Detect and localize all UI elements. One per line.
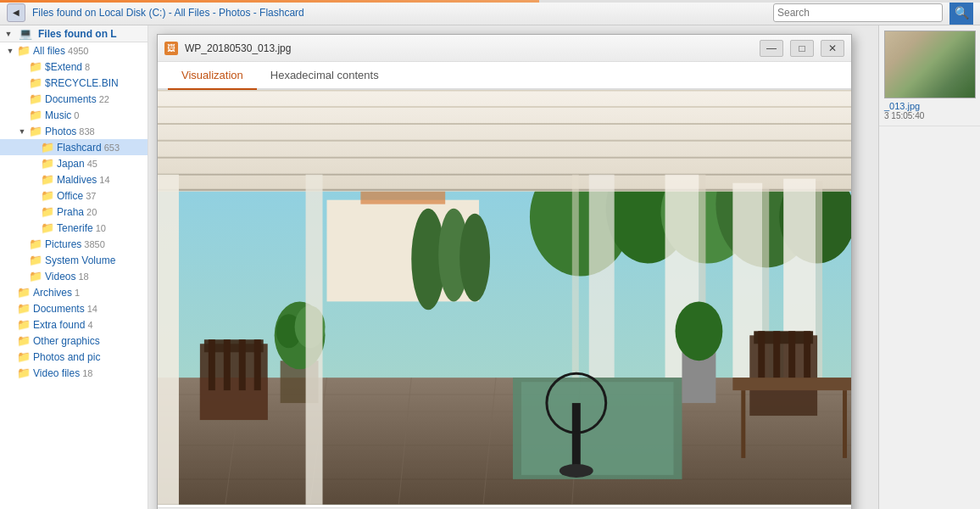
sidebar-item-documents2[interactable]: 📁Documents14 [0, 300, 148, 316]
tab-hexadecimal[interactable]: Hexadecimal contents [257, 62, 393, 90]
item-count: 653 [104, 143, 120, 153]
modal-image-svg [158, 90, 851, 505]
sidebar-item-pictures[interactable]: 📁Pictures3850 [0, 236, 148, 252]
item-count: 4950 [68, 46, 88, 56]
folder-icon: 📁 [17, 44, 31, 57]
top-bar-title: Files found on Local Disk (C:) - All Fil… [32, 7, 766, 19]
sidebar-item-recycle[interactable]: 📁$RECYCLE.BIN [0, 75, 148, 91]
thumb-filename: _013.jpg [884, 101, 975, 111]
folder-icon: 📁 [41, 221, 54, 234]
thumbnail-image [884, 31, 976, 98]
item-count: 37 [86, 191, 96, 201]
modal-overlay: 🖼 WP_20180530_013.jpg — □ ✕ Visualizatio… [148, 25, 878, 509]
sidebar-item-flashcard[interactable]: 📁Flashcard653 [0, 139, 148, 155]
svg-rect-50 [254, 339, 261, 390]
item-label: Video files [33, 367, 80, 379]
folder-icon: 📁 [29, 125, 42, 137]
modal-file-icon: 🖼 [164, 42, 178, 55]
hdd-icon: 💻 [19, 27, 32, 40]
sidebar-item-extra-found[interactable]: 📁Extra found4 [0, 316, 148, 333]
thumbnail-item[interactable]: _013.jpg 3 15:05:40 [879, 25, 980, 126]
item-label: Documents [33, 303, 85, 315]
item-label: Tenerife [57, 222, 93, 234]
toggle-icon: ▼ [17, 126, 27, 137]
item-count: 0 [74, 110, 79, 120]
item-label: $RECYCLE.BIN [45, 77, 119, 89]
sidebar-item-system-volume[interactable]: 📁System Volume [0, 252, 148, 268]
item-count: 14 [99, 175, 109, 185]
sidebar-item-praha[interactable]: 📁Praha20 [0, 204, 148, 220]
folder-icon: 📁 [41, 189, 54, 202]
top-bar: ◀ Files found on Local Disk (C:) - All F… [0, 0, 980, 25]
sidebar-item-videos[interactable]: 📁Videos18 [0, 268, 148, 284]
file-tree: ▼📁All files4950📁$Extend8📁$RECYCLE.BIN📁Do… [0, 42, 148, 381]
minimize-button[interactable]: — [760, 40, 783, 57]
sidebar-item-office[interactable]: 📁Office37 [0, 187, 148, 204]
item-label: Photos [45, 126, 76, 137]
folder-icon: 📁 [17, 318, 31, 331]
sidebar-item-archives[interactable]: 📁Archives1 [0, 284, 148, 300]
folder-icon: 📁 [17, 302, 31, 315]
sidebar-item-extend[interactable]: 📁$Extend8 [0, 59, 148, 75]
item-label: Photos and pic [33, 351, 100, 363]
sidebar-item-photos-and-pics[interactable]: 📁Photos and pic [0, 349, 148, 365]
main-layout: ▼ 💻 Files found on L ▼📁All files4950📁$Ex… [0, 25, 980, 509]
item-count: 838 [79, 126, 94, 137]
svg-rect-59 [843, 390, 847, 458]
maximize-button[interactable]: □ [790, 40, 814, 57]
item-count: 4 [87, 320, 92, 330]
folder-icon: 📁 [41, 157, 54, 170]
item-label: Music [45, 109, 71, 121]
search-button[interactable]: 🔍 [949, 1, 973, 25]
modal-title: WP_20180530_013.jpg [185, 42, 753, 54]
search-input[interactable] [773, 3, 943, 22]
sidebar-item-japan[interactable]: 📁Japan45 [0, 155, 148, 171]
item-count: 14 [87, 304, 97, 314]
sidebar-item-maldives[interactable]: 📁Maldives14 [0, 171, 148, 187]
sidebar-item-other-graphics[interactable]: 📁Other graphics [0, 333, 148, 349]
item-label: Flashcard [57, 142, 102, 154]
item-count: 8 [85, 62, 90, 72]
sidebar-item-documents1[interactable]: 📁Documents22 [0, 91, 148, 107]
svg-rect-66 [158, 175, 179, 505]
folder-icon: 📁 [29, 238, 42, 250]
folder-icon: 📁 [41, 205, 54, 218]
thumb-datetime: 3 15:05:40 [884, 111, 975, 120]
item-count: 10 [96, 223, 106, 233]
folder-icon: 📁 [17, 286, 31, 299]
item-count: 18 [78, 271, 88, 282]
item-label: Maldives [57, 174, 97, 186]
sidebar-root[interactable]: ▼ 💻 Files found on L [0, 25, 148, 42]
close-button[interactable]: ✕ [821, 40, 844, 57]
tab-visualization[interactable]: Visualization [168, 62, 257, 90]
item-label: Archives [33, 287, 72, 299]
folder-icon: 📁 [17, 334, 31, 347]
svg-rect-48 [224, 339, 231, 390]
item-label: Office [57, 190, 83, 202]
item-count: 22 [99, 94, 109, 104]
item-count: 18 [82, 368, 92, 378]
item-count: 3850 [84, 239, 104, 249]
sidebar-item-music[interactable]: 📁Music0 [0, 107, 148, 123]
folder-icon: 📁 [29, 270, 42, 282]
item-label: System Volume [45, 255, 115, 266]
folder-icon: 📁 [29, 60, 42, 73]
folder-icon: 📁 [29, 254, 42, 266]
item-label: Extra found [33, 319, 85, 331]
sidebar-item-photos[interactable]: ▼📁Photos838 [0, 123, 148, 139]
item-count: 20 [86, 207, 97, 217]
item-count: 45 [87, 159, 97, 169]
sidebar-item-video-files[interactable]: 📁Video files18 [0, 365, 148, 381]
nav-back-button[interactable]: ◀ [7, 3, 25, 22]
item-label: Other graphics [33, 335, 100, 347]
folder-icon: 📁 [29, 109, 42, 121]
sidebar-item-tenerife[interactable]: 📁Tenerife10 [0, 220, 148, 236]
item-label: $Extend [45, 61, 82, 73]
folder-icon: 📁 [41, 141, 54, 154]
modal-image-container [158, 90, 851, 507]
folder-icon: 📁 [29, 92, 42, 105]
svg-rect-53 [758, 331, 765, 382]
folder-icon: 📁 [41, 173, 54, 186]
toggle-icon: ▼ [5, 46, 15, 56]
sidebar-item-all-files[interactable]: ▼📁All files4950 [0, 42, 148, 59]
